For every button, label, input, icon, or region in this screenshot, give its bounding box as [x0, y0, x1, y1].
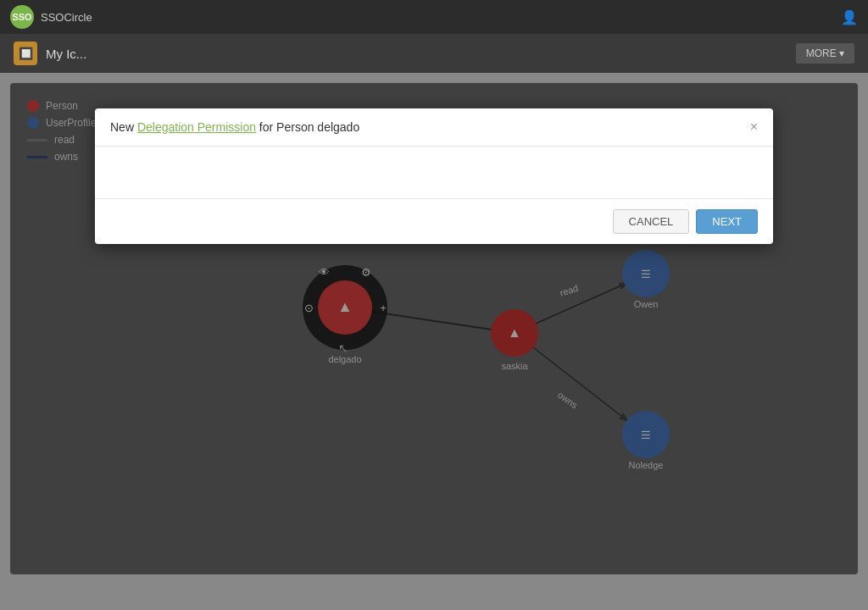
modal-title: New Delegation Permission for Person del… — [110, 120, 359, 134]
modal-header: New Delegation Permission for Person del… — [95, 108, 773, 147]
next-button[interactable]: NEXT — [696, 209, 758, 234]
modal-overlay: New Delegation Permission for Person del… — [10, 83, 858, 574]
sub-header-icon: 🔲 — [14, 42, 37, 65]
modal-body — [95, 147, 773, 198]
sub-header-actions: MORE ▾ — [796, 43, 854, 64]
sub-header-title: My Ic... — [46, 47, 86, 61]
modal-footer: CANCEL NEXT — [95, 198, 773, 244]
more-button[interactable]: MORE ▾ — [796, 43, 854, 64]
navbar-user-icon[interactable]: 👤 — [841, 9, 858, 25]
navbar: SSO SSOCircle 👤 — [0, 0, 868, 34]
cancel-button[interactable]: CANCEL — [613, 209, 690, 234]
navbar-title: SSOCircle — [41, 11, 92, 24]
modal-dialog: New Delegation Permission for Person del… — [95, 108, 773, 244]
modal-close-button[interactable]: × — [750, 120, 758, 134]
sub-header: 🔲 My Ic... MORE ▾ — [0, 34, 868, 73]
page-content: 🔲 My Ic... MORE ▾ Person UserProfileData… — [0, 34, 868, 610]
graph-area: Person UserProfileData read owns — [10, 83, 858, 574]
navbar-logo: SSO — [10, 5, 34, 29]
